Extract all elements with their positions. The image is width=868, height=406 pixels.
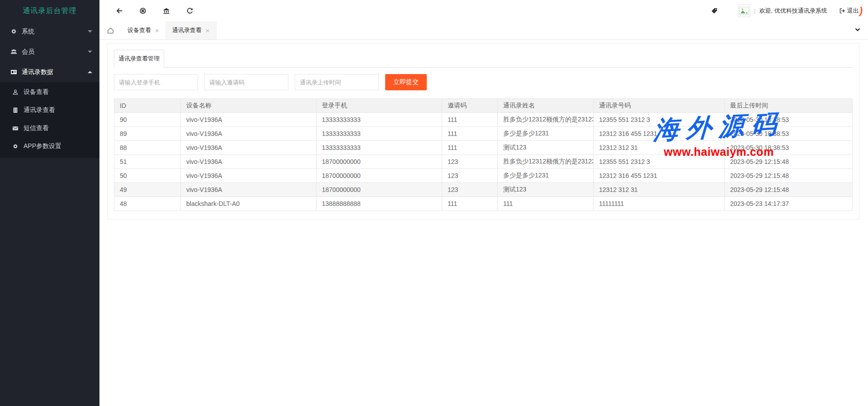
- table-cell: 12355 551 2312 3: [594, 155, 725, 169]
- table-cell: 胜多负少12312额俄方的是231231: [498, 155, 594, 169]
- users-icon: [10, 48, 17, 56]
- close-icon[interactable]: ×: [155, 27, 159, 34]
- table-cell: vivo-V1936A: [181, 169, 316, 183]
- sidebar-submenu: 设备查看 通讯录查看 短信查看 APP参数设置: [0, 82, 99, 158]
- globe-icon[interactable]: [139, 7, 146, 14]
- tab-label: 通讯录查看: [172, 26, 202, 34]
- column-header: 通讯录号码: [594, 99, 725, 113]
- user-icon: [12, 89, 19, 96]
- search-form: 立即提交: [114, 74, 853, 90]
- contacts-icon: [10, 69, 17, 76]
- column-header: 邀请码: [442, 99, 498, 113]
- sidebar-item-contacts-view[interactable]: 通讯录查看: [0, 101, 99, 119]
- logout-label: 退出: [847, 7, 859, 15]
- panel-title-tab[interactable]: 通讯录查看管理: [114, 50, 164, 68]
- sidebar-item-app-settings[interactable]: APP参数设置: [0, 137, 99, 155]
- column-header: 设备名称: [181, 99, 316, 113]
- sidebar-item-system[interactable]: 系统: [0, 21, 99, 42]
- close-icon[interactable]: ×: [206, 27, 210, 34]
- tab-label: 设备查看: [127, 26, 151, 34]
- tab-device-view[interactable]: 设备查看 ×: [121, 21, 166, 39]
- tabbar: 设备查看 × 通讯录查看 ×: [99, 21, 868, 40]
- table-cell: 111: [442, 197, 498, 211]
- table-cell: 18700000000: [316, 183, 442, 197]
- sidebar-item-label: APP参数设置: [24, 142, 61, 150]
- sidebar-item-label: 通讯录数据: [22, 68, 53, 76]
- tab-menu-chevron-icon[interactable]: [854, 27, 861, 34]
- table-cell: 123: [442, 183, 498, 197]
- home-tab[interactable]: [99, 21, 121, 39]
- table-cell: 90: [114, 113, 181, 127]
- refresh-icon[interactable]: [186, 7, 193, 14]
- submit-button[interactable]: 立即提交: [385, 74, 427, 90]
- sidebar-item-device-view[interactable]: 设备查看: [0, 83, 99, 101]
- sidebar-item-label: 设备查看: [24, 88, 49, 96]
- mail-icon: [12, 125, 19, 132]
- logout-button[interactable]: 退出: [839, 7, 859, 15]
- table-cell: vivo-V1936A: [181, 127, 316, 141]
- table-cell: 111: [442, 113, 498, 127]
- content-area: 通讯录查看管理 立即提交 ID 设备名称 登录手机 邀请码: [99, 40, 868, 219]
- table-row: 51vivo-V1936A18700000000123胜多负少12312额俄方的…: [114, 155, 853, 169]
- table-cell: 51: [114, 155, 181, 169]
- table-cell: 123: [442, 155, 498, 169]
- table-cell: 12312 316 455 1231: [594, 169, 725, 183]
- table-cell: 多少是多少1231: [498, 169, 594, 183]
- table-cell: 2023-05-23 14:17:37: [725, 197, 853, 211]
- topbar-divider: |: [754, 7, 755, 14]
- tab-contacts-view[interactable]: 通讯录查看 ×: [166, 21, 217, 39]
- table-cell: 49: [114, 183, 181, 197]
- welcome-text: 欢迎, 优优科技通讯录系统: [759, 7, 827, 15]
- table-cell: 12312 312 31: [594, 183, 725, 197]
- table-cell: 12312 312 31: [594, 141, 725, 155]
- contacts-table: ID 设备名称 登录手机 邀请码 通讯录姓名 通讯录号码 最后上传时间 90vi…: [114, 98, 853, 211]
- table-cell: 11111111: [594, 197, 725, 211]
- sidebar-item-label: 会员: [22, 48, 34, 56]
- upload-time-input[interactable]: [295, 74, 379, 90]
- table-cell: 48: [114, 197, 181, 211]
- sidebar-item-sms-view[interactable]: 短信查看: [0, 119, 99, 137]
- chevron-down-icon: [88, 30, 92, 33]
- login-phone-input[interactable]: [114, 74, 198, 90]
- gear-icon: [12, 143, 19, 150]
- table-cell: 13333333333: [316, 141, 442, 155]
- table-cell: 50: [114, 169, 181, 183]
- sidebar-item-contacts-data[interactable]: 通讯录数据: [0, 62, 99, 82]
- column-header: 通讯录姓名: [498, 99, 594, 113]
- sidebar-item-members[interactable]: 会员: [0, 42, 99, 62]
- gear-icon: [10, 28, 17, 35]
- table-row: 90vivo-V1936A13333333333111胜多负少12312额俄方的…: [114, 113, 853, 127]
- table-cell: 12312 316 455 1231: [594, 127, 725, 141]
- table-cell: 2023-05-29 12:15:48: [725, 169, 853, 183]
- table-cell: 12355 551 2312 3: [594, 113, 725, 127]
- topbar-left-icons: [116, 7, 210, 14]
- column-header: 最后上传时间: [725, 99, 853, 113]
- sidebar: 通讯录后台管理 系统 会员 通讯录数据: [0, 0, 99, 406]
- sidebar-item-label: 通讯录查看: [24, 106, 55, 114]
- table-cell: 13333333333: [316, 127, 442, 141]
- table-cell: 18700000000: [316, 169, 442, 183]
- contacts-panel: 通讯录查看管理 立即提交 ID 设备名称 登录手机 邀请码: [107, 43, 859, 219]
- column-header: 登录手机: [316, 99, 442, 113]
- table-cell: 13333333333: [316, 113, 442, 127]
- table-cell: vivo-V1936A: [181, 141, 316, 155]
- chevron-up-icon: [88, 71, 92, 73]
- table-cell: 123: [442, 169, 498, 183]
- topbar: | 欢迎, 优优科技通讯录系统 退出 ): [99, 0, 868, 21]
- table-row: 89vivo-V1936A13333333333111多少是多少12311231…: [114, 127, 853, 141]
- column-header: ID: [114, 99, 181, 113]
- bank-icon[interactable]: [163, 7, 170, 14]
- contacts-table-body: 90vivo-V1936A13333333333111胜多负少12312额俄方的…: [114, 113, 853, 211]
- table-cell: 88: [114, 141, 181, 155]
- app-title: 通讯录后台管理: [0, 0, 99, 21]
- table-row: 48blackshark-DLT-A0138888888881111111111…: [114, 197, 853, 211]
- table-cell: 2023-05-30 18:38:53: [725, 141, 853, 155]
- tag-icon[interactable]: [711, 7, 718, 14]
- table-cell: 2023-05-30 18:38:53: [725, 113, 853, 127]
- table-row: 88vivo-V1936A13333333333111测试12312312 31…: [114, 141, 853, 155]
- invite-code-input[interactable]: [204, 74, 288, 90]
- table-cell: vivo-V1936A: [181, 155, 316, 169]
- back-icon[interactable]: [116, 7, 123, 14]
- table-cell: 2023-05-29 12:15:48: [725, 183, 853, 197]
- table-cell: 111: [498, 197, 594, 211]
